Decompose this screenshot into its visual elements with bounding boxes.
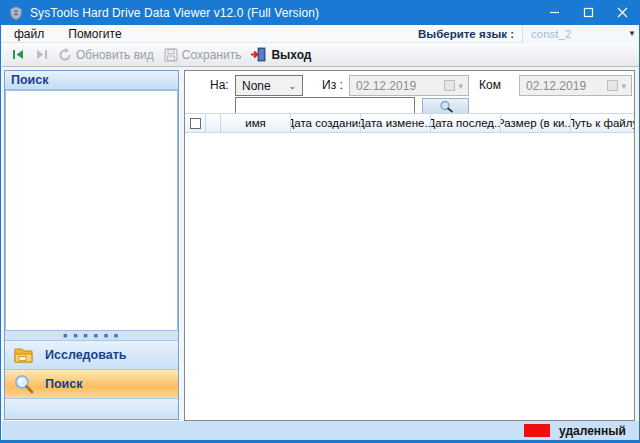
deleted-legend-swatch — [524, 424, 550, 437]
refresh-view-label: Обновить вид — [76, 48, 154, 62]
refresh-view-button[interactable]: Обновить вид — [53, 43, 159, 66]
magnifier-icon — [13, 373, 35, 395]
save-button[interactable]: Сохранить — [159, 43, 247, 66]
menu-help[interactable]: Помогите — [56, 25, 133, 42]
search-button-nav-label: Поиск — [45, 377, 83, 391]
filter-type-dropdown[interactable]: None ⌄ — [235, 75, 303, 96]
table-header-date-modified[interactable]: Дата измене... — [361, 114, 431, 132]
exit-label: Выход — [271, 48, 311, 62]
table-header-name[interactable]: имя — [221, 114, 291, 132]
nav-first-button[interactable] — [7, 43, 30, 66]
title-bar: SysTools Hard Drive Data Viewer v12.0 (F… — [1, 0, 639, 25]
magnifier-icon — [438, 100, 454, 113]
exit-door-icon — [251, 47, 267, 62]
table-header-path[interactable]: Путь к файлу — [571, 114, 634, 132]
table-header-size[interactable]: Размер (в ки... — [501, 114, 571, 132]
filter-type-value: None — [236, 79, 271, 93]
refresh-icon — [58, 48, 72, 62]
filter-row-1: На: None ⌄ Из : 02.12.2019 ▾ Ком 02.12.2… — [185, 75, 634, 96]
table-body-empty — [185, 133, 634, 420]
on-label: На: — [210, 78, 229, 92]
language-value: const_2 — [523, 28, 571, 40]
left-panel: Поиск ■ ■ ■ ■ ■ ■ Исследовать Поиск — [4, 70, 179, 420]
close-button[interactable] — [605, 0, 639, 25]
folder-icon — [13, 345, 35, 365]
calendar-icon: ▾ — [607, 80, 631, 91]
left-panel-filler — [5, 398, 178, 419]
status-bar: удаленный — [2, 421, 640, 440]
save-label: Сохранить — [182, 48, 242, 62]
table-header-row: имя Дата создания Дата измене... Дата по… — [185, 113, 634, 133]
app-window: SysTools Hard Drive Data Viewer v12.0 (F… — [0, 0, 640, 443]
to-date-value: 02.12.2019 — [520, 79, 586, 93]
language-dropdown[interactable]: const_2 ▼ — [522, 25, 640, 43]
table-header-spacer — [206, 114, 221, 132]
calendar-icon: ▾ — [444, 80, 468, 91]
save-icon — [164, 48, 178, 62]
menu-bar: файл Помогите Выберите язык : const_2 ▼ — [2, 25, 640, 43]
nav-last-icon — [35, 48, 48, 61]
explore-button-label: Исследовать — [45, 348, 126, 362]
search-results-tree[interactable] — [5, 90, 178, 331]
chevron-down-icon: ⌄ — [288, 81, 302, 91]
left-panel-header: Поиск — [5, 71, 178, 90]
nav-first-icon — [12, 48, 25, 61]
toolbar: Обновить вид Сохранить Выход — [2, 43, 640, 67]
from-label: Из : — [322, 78, 343, 92]
to-date-picker[interactable]: 02.12.2019 ▾ — [519, 75, 632, 96]
panel-splitter-handle[interactable]: ■ ■ ■ ■ ■ ■ — [5, 331, 178, 340]
table-header-date-accessed[interactable]: Дата послед... — [431, 114, 501, 132]
language-selector-group: Выберите язык : const_2 ▼ — [418, 25, 640, 42]
to-label: Ком — [479, 78, 501, 92]
window-title: SysTools Hard Drive Data Viewer v12.0 (F… — [30, 6, 319, 20]
deleted-legend-label: удаленный — [559, 424, 626, 438]
from-date-value: 02.12.2019 — [350, 79, 416, 93]
table-header-select-all[interactable] — [185, 114, 206, 132]
select-all-checkbox[interactable] — [190, 118, 201, 129]
from-date-picker[interactable]: 02.12.2019 ▾ — [349, 75, 469, 96]
chevron-down-icon: ▼ — [628, 29, 636, 38]
language-label: Выберите язык : — [418, 28, 514, 40]
menu-file[interactable]: файл — [2, 25, 56, 42]
search-button-nav[interactable]: Поиск — [5, 369, 178, 398]
minimize-button[interactable] — [537, 0, 571, 25]
table-header-date-created[interactable]: Дата создания — [291, 114, 361, 132]
right-panel: На: None ⌄ Из : 02.12.2019 ▾ Ком 02.12.2… — [184, 70, 635, 421]
maximize-button[interactable] — [571, 0, 605, 25]
explore-button[interactable]: Исследовать — [5, 340, 178, 369]
search-submit-button[interactable] — [422, 98, 469, 114]
nav-last-button[interactable] — [30, 43, 53, 66]
app-logo-icon — [9, 6, 23, 20]
exit-button[interactable]: Выход — [246, 43, 316, 66]
window-controls — [537, 0, 639, 25]
